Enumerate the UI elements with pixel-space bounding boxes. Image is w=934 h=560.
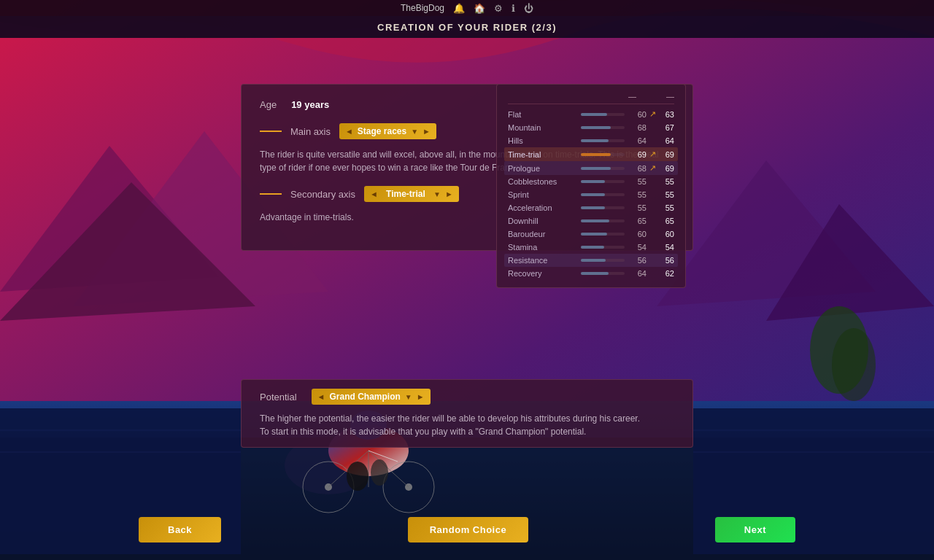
stat-row: Acceleration 55 55 xyxy=(508,201,674,214)
stats-col2-header: — xyxy=(658,92,674,101)
selector-dropdown-icon[interactable]: ▼ xyxy=(411,128,418,136)
stat-name: Stamina xyxy=(508,243,581,252)
stat-val1: 68 xyxy=(630,164,647,173)
stat-name: Acceleration xyxy=(508,203,581,212)
stat-row: Prologue 68 ↗ 69 xyxy=(504,161,678,175)
username: TheBigDog xyxy=(401,3,444,13)
stat-val2: 54 xyxy=(658,243,674,252)
stat-bar xyxy=(581,139,625,142)
age-label: Age xyxy=(260,99,277,110)
title-bar: CREATION OF YOUR RIDER (2/3) xyxy=(0,16,934,38)
random-button[interactable]: Random Choice xyxy=(408,517,528,542)
stat-bar xyxy=(581,153,625,156)
potential-selector[interactable]: ◄ Grand Champion ▼ ► xyxy=(312,389,431,405)
secondary-axis-value: Time-trial xyxy=(382,189,429,199)
stat-row: Resistance 56 56 xyxy=(504,254,678,267)
power-icon[interactable]: ⏻ xyxy=(524,3,533,14)
notification-icon[interactable]: 🔔 xyxy=(453,3,465,14)
selector-prev-icon[interactable]: ◄ xyxy=(345,127,353,136)
stat-val2: 60 xyxy=(658,230,674,238)
stat-bar xyxy=(581,246,625,249)
stat-bar xyxy=(581,167,625,170)
stat-val2: 67 xyxy=(658,123,674,132)
stat-val2: 63 xyxy=(658,110,674,119)
stat-bar xyxy=(581,272,625,275)
potential-selector-next-icon[interactable]: ► xyxy=(417,392,425,401)
stat-bar xyxy=(581,193,625,196)
svg-point-27 xyxy=(347,462,368,491)
stat-val1: 64 xyxy=(630,269,647,278)
stat-row: Mountain 68 67 xyxy=(508,121,674,134)
svg-point-9 xyxy=(832,328,876,401)
stat-val1: 55 xyxy=(630,190,647,199)
stats-header: — — xyxy=(508,92,674,104)
stat-val2: 65 xyxy=(658,217,674,225)
secondary-axis-selector[interactable]: ◄ Time-trial ▼ ► xyxy=(364,186,459,202)
stat-val2: 56 xyxy=(658,256,674,265)
stat-name: Sprint xyxy=(508,190,581,199)
potential-selector-prev-icon[interactable]: ◄ xyxy=(317,392,325,401)
stat-val2: 55 xyxy=(658,177,674,186)
stat-bar xyxy=(581,180,625,183)
stat-val2: 55 xyxy=(658,203,674,212)
stat-val2: 62 xyxy=(658,269,674,278)
potential-dropdown-icon[interactable]: ▼ xyxy=(405,393,412,401)
stat-val2: 55 xyxy=(658,190,674,199)
potential-label: Potential xyxy=(260,392,297,402)
stat-bar xyxy=(581,233,625,236)
stat-bar xyxy=(581,113,625,116)
stat-row: Sprint 55 55 xyxy=(508,188,674,201)
stat-val2: 69 xyxy=(658,164,674,173)
potential-section: Potential ◄ Grand Champion ▼ ► The highe… xyxy=(241,379,693,448)
stat-row: Cobblestones 55 55 xyxy=(508,175,674,188)
selector-next-icon[interactable]: ► xyxy=(422,127,431,136)
stat-name: Downhill xyxy=(508,217,581,225)
stats-rows-container: Flat 60 ↗ 63 Mountain 68 67 Hills 64 64 … xyxy=(508,107,674,280)
stat-name: Flat xyxy=(508,110,581,119)
stat-val1: 56 xyxy=(630,256,647,265)
page-title: CREATION OF YOUR RIDER (2/3) xyxy=(377,22,557,33)
info-icon[interactable]: ℹ xyxy=(512,3,515,14)
stat-row: Downhill 65 65 xyxy=(508,214,674,228)
stat-val1: 64 xyxy=(630,136,647,145)
stat-bar xyxy=(581,206,625,209)
stat-bar xyxy=(581,126,625,129)
back-button[interactable]: Back xyxy=(139,517,221,542)
secondary-selector-next-icon[interactable]: ► xyxy=(445,190,453,198)
stat-name: Baroudeur xyxy=(508,230,581,238)
stat-name: Cobblestones xyxy=(508,177,581,186)
main-axis-selector[interactable]: ◄ Stage races ▼ ► xyxy=(339,123,436,139)
secondary-axis-line xyxy=(260,193,282,195)
stat-row: Baroudeur 60 60 xyxy=(508,228,674,241)
secondary-selector-prev-icon[interactable]: ◄ xyxy=(370,190,378,198)
potential-desc1: The higher the potential, the easier the… xyxy=(260,412,674,425)
bottom-bar: Back Random Choice Next xyxy=(0,517,934,542)
top-bar: TheBigDog 🔔 🏠 ⚙ ℹ ⏻ xyxy=(0,0,934,16)
stat-val1: 60 xyxy=(630,110,647,119)
potential-row: Potential ◄ Grand Champion ▼ ► xyxy=(260,389,674,405)
stats-panel: — — Flat 60 ↗ 63 Mountain 68 67 Hills 6 xyxy=(496,84,686,288)
secondary-selector-dropdown-icon[interactable]: ▼ xyxy=(433,190,441,198)
stat-val1: 55 xyxy=(630,203,647,212)
stat-arrow: ↗ xyxy=(647,109,658,119)
next-button[interactable]: Next xyxy=(715,517,795,542)
stat-row: Stamina 54 54 xyxy=(508,241,674,254)
stat-name: Recovery xyxy=(508,269,581,278)
stat-val1: 60 xyxy=(630,230,647,238)
stat-bar xyxy=(581,219,625,222)
stat-name: Resistance xyxy=(508,256,581,265)
age-value: 19 years xyxy=(291,99,329,110)
stat-row: Recovery 64 62 xyxy=(508,267,674,280)
stat-val1: 65 xyxy=(630,217,647,225)
secondary-axis-label: Secondary axis xyxy=(290,189,355,200)
settings-icon[interactable]: ⚙ xyxy=(494,3,503,14)
stat-row: Hills 64 64 xyxy=(508,134,674,147)
svg-point-28 xyxy=(371,459,388,486)
potential-desc2: To start in this mode, it is advisable t… xyxy=(260,425,674,438)
home-icon[interactable]: 🏠 xyxy=(474,3,485,14)
stat-row: Flat 60 ↗ 63 xyxy=(508,107,674,121)
stat-name: Mountain xyxy=(508,123,581,132)
stat-name: Prologue xyxy=(508,164,581,173)
stat-val1: 68 xyxy=(630,123,647,132)
stat-val2: 64 xyxy=(658,136,674,145)
